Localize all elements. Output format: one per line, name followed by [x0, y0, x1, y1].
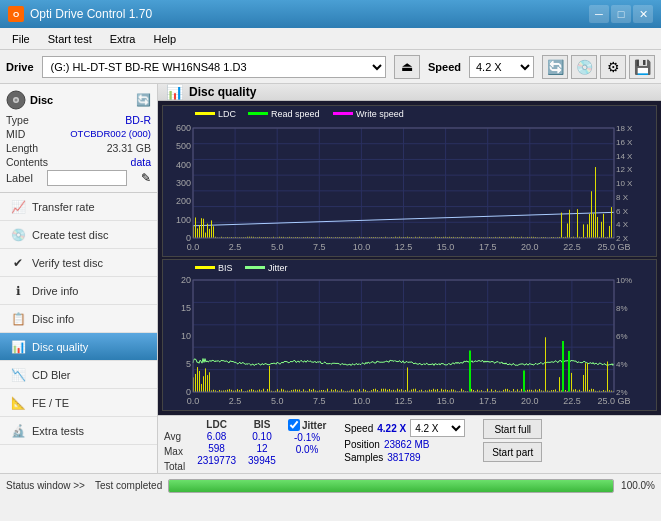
avg-row-label: Avg [164, 431, 185, 445]
menu-help[interactable]: Help [145, 31, 184, 47]
content-header-title: Disc quality [189, 85, 256, 99]
sidebar-item-transfer-rate[interactable]: 📈 Transfer rate [0, 193, 157, 221]
charts-container [158, 101, 661, 415]
top-chart-panel [162, 105, 657, 257]
progress-bar-fill [169, 480, 613, 492]
drive-icons: 🔄 💿 ⚙ 💾 [542, 55, 655, 79]
speed-select[interactable]: 4.2 X [469, 56, 534, 78]
mid-label: MID [6, 128, 25, 140]
disc-refresh-btn[interactable]: 🔄 [136, 93, 151, 107]
drive-select[interactable]: (G:) HL-DT-ST BD-RE WH16NS48 1.D3 [42, 56, 386, 78]
label-label: Label [6, 172, 33, 184]
app-icon: O [8, 6, 24, 22]
transfer-rate-icon: 📈 [10, 199, 26, 215]
sidebar-item-disc-quality[interactable]: 📊 Disc quality [0, 333, 157, 361]
ldc-header: LDC [197, 419, 236, 430]
sidebar: Disc 🔄 Type BD-R MID OTCBDR002 (000) Len… [0, 84, 158, 473]
samples-value: 381789 [387, 452, 420, 463]
label-input[interactable] [47, 170, 127, 186]
samples-label: Samples [344, 452, 383, 463]
maximize-button[interactable]: □ [611, 5, 631, 23]
ldc-total: 2319773 [197, 455, 236, 466]
ldc-avg: 6.08 [197, 431, 236, 442]
cd-bler-label: CD Bler [32, 369, 71, 381]
content-header-icon: 📊 [166, 84, 183, 100]
menu-bar: File Start test Extra Help [0, 28, 661, 50]
minimize-button[interactable]: ─ [589, 5, 609, 23]
settings-button[interactable]: ⚙ [600, 55, 626, 79]
title-bar: O Opti Drive Control 1.70 ─ □ ✕ [0, 0, 661, 28]
sidebar-item-fe-te[interactable]: 📐 FE / TE [0, 389, 157, 417]
content-area: 📊 Disc quality Avg Max Total LDC [158, 84, 661, 473]
main-layout: Disc 🔄 Type BD-R MID OTCBDR002 (000) Len… [0, 84, 661, 473]
bis-header: BIS [248, 419, 276, 430]
length-value: 23.31 GB [107, 142, 151, 154]
status-window-button[interactable]: Status window >> [6, 480, 91, 491]
speed-stat-select[interactable]: 4.2 X [410, 419, 465, 437]
start-part-button[interactable]: Start part [483, 442, 542, 462]
verify-test-disc-label: Verify test disc [32, 257, 103, 269]
bis-stats-col: BIS 0.10 12 39945 [248, 419, 276, 466]
extra-tests-label: Extra tests [32, 425, 84, 437]
menu-extra[interactable]: Extra [102, 31, 144, 47]
refresh-button[interactable]: 🔄 [542, 55, 568, 79]
close-button[interactable]: ✕ [633, 5, 653, 23]
create-test-disc-icon: 💿 [10, 227, 26, 243]
top-chart-canvas [163, 106, 656, 256]
content-header: 📊 Disc quality [158, 84, 661, 101]
eject-button[interactable]: ⏏ [394, 55, 420, 79]
disc-section-label: Disc [30, 94, 53, 106]
bottom-chart-canvas [163, 260, 656, 410]
extra-tests-icon: 🔬 [10, 423, 26, 439]
length-label: Length [6, 142, 38, 154]
disc-panel: Disc 🔄 Type BD-R MID OTCBDR002 (000) Len… [0, 84, 157, 193]
bis-avg: 0.10 [248, 431, 276, 442]
app-title: Opti Drive Control 1.70 [30, 7, 152, 21]
sidebar-item-disc-info[interactable]: 📋 Disc info [0, 305, 157, 333]
progress-bar-container [168, 479, 614, 493]
sidebar-item-create-test-disc[interactable]: 💿 Create test disc [0, 221, 157, 249]
disc-quality-icon: 📊 [10, 339, 26, 355]
speed-stat-label: Speed [344, 423, 373, 434]
type-value: BD-R [125, 114, 151, 126]
jitter-header: Jitter [302, 420, 326, 431]
fe-te-icon: 📐 [10, 395, 26, 411]
menu-file[interactable]: File [4, 31, 38, 47]
menu-start-test[interactable]: Start test [40, 31, 100, 47]
drive-info-label: Drive info [32, 285, 78, 297]
create-test-disc-label: Create test disc [32, 229, 108, 241]
max-row-label: Max [164, 446, 185, 460]
disc-quality-label: Disc quality [32, 341, 88, 353]
drive-bar: Drive (G:) HL-DT-ST BD-RE WH16NS48 1.D3 … [0, 50, 661, 84]
ldc-max: 598 [197, 443, 236, 454]
sidebar-item-cd-bler[interactable]: 📉 CD Bler [0, 361, 157, 389]
transfer-rate-label: Transfer rate [32, 201, 95, 213]
stats-bar: Avg Max Total LDC 6.08 598 2319773 BIS 0… [158, 415, 661, 473]
fe-te-label: FE / TE [32, 397, 69, 409]
test-completed-label: Test completed [91, 480, 162, 491]
jitter-checkbox[interactable] [288, 419, 300, 431]
speed-label: Speed [428, 61, 461, 73]
cd-bler-icon: 📉 [10, 367, 26, 383]
disc-info-icon: 📋 [10, 311, 26, 327]
save-button[interactable]: 💾 [629, 55, 655, 79]
drive-label: Drive [6, 61, 34, 73]
total-row-label: Total [164, 461, 185, 473]
type-label: Type [6, 114, 29, 126]
disc-info-label: Disc info [32, 313, 74, 325]
disc-button[interactable]: 💿 [571, 55, 597, 79]
position-value: 23862 MB [384, 439, 430, 450]
window-controls: ─ □ ✕ [589, 5, 653, 23]
label-edit-btn[interactable]: ✎ [141, 171, 151, 185]
progress-percent: 100.0% [620, 480, 655, 491]
drive-info-icon: ℹ [10, 283, 26, 299]
svg-point-2 [15, 99, 18, 102]
contents-value: data [131, 156, 151, 168]
sidebar-item-verify-test-disc[interactable]: ✔ Verify test disc [0, 249, 157, 277]
sidebar-item-extra-tests[interactable]: 🔬 Extra tests [0, 417, 157, 445]
sidebar-item-drive-info[interactable]: ℹ Drive info [0, 277, 157, 305]
start-full-button[interactable]: Start full [483, 419, 542, 439]
position-label: Position [344, 439, 380, 450]
disc-icon [6, 90, 26, 110]
contents-label: Contents [6, 156, 48, 168]
